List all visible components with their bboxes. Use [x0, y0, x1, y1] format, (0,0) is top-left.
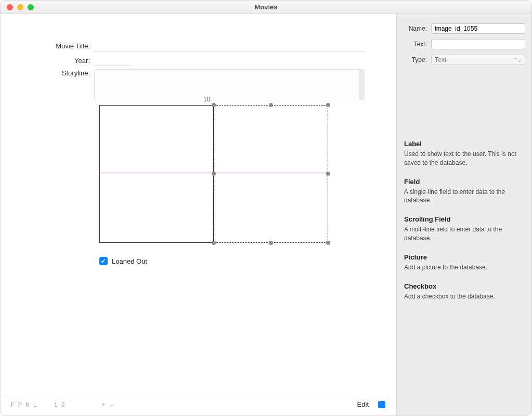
canvas-content[interactable]: Movie Title: Year: Storyline: 10 — [6, 19, 391, 398]
desc-scrolling-field[interactable]: Scrolling Field A multi-line field to en… — [404, 215, 524, 243]
zoom-controls[interactable]: + - — [102, 401, 115, 408]
inspector-type-value: Text — [435, 56, 446, 63]
window-title: Movies — [1, 3, 531, 11]
desc-field[interactable]: Field A single-line field to enter data … — [404, 178, 524, 205]
picture-placeholder-right-selected[interactable] — [214, 105, 328, 243]
app-window: Movies Movie Title: Year: Storyline: — [0, 0, 532, 416]
chevron-updown-icon: ⌃⌄ — [513, 57, 522, 63]
nav-tokens[interactable]: F P N L — [11, 401, 37, 408]
resize-handle-mr[interactable] — [326, 172, 330, 176]
traffic-lights — [1, 4, 34, 10]
titlebar: Movies — [1, 1, 531, 14]
year-label: Year: — [6, 57, 94, 64]
desc-picture[interactable]: Picture Add a picture to the database. — [404, 253, 524, 272]
resize-handle-tr[interactable] — [326, 103, 330, 107]
loaned-out-label: Loaned Out — [112, 257, 147, 265]
resize-handle-tl[interactable] — [212, 103, 216, 107]
page-2[interactable]: 2 — [61, 401, 64, 408]
edit-badge-icon[interactable] — [378, 401, 385, 408]
inspector-text-field[interactable] — [431, 39, 525, 49]
resize-handle-bm[interactable] — [269, 241, 273, 245]
resize-handle-br[interactable] — [326, 241, 330, 245]
canvas-footer: F P N L 1 2 + - Edit — [6, 398, 391, 410]
inspector-pane: Name: Text: Type: Text ⌃⌄ — [396, 14, 531, 415]
resize-handle-tm[interactable] — [269, 103, 273, 107]
inspector-text-label: Text: — [403, 41, 431, 48]
picture-placeholder-left[interactable] — [99, 105, 214, 243]
movie-title-field[interactable] — [94, 40, 365, 51]
page-1[interactable]: 1 — [54, 401, 57, 408]
inspector-type-select[interactable]: Text ⌃⌄ — [431, 55, 525, 65]
zoom-window-button[interactable] — [28, 4, 34, 10]
desc-label[interactable]: Label Used to show text to the user. Thi… — [404, 140, 524, 167]
close-window-button[interactable] — [7, 4, 13, 10]
inspector-type-label: Type: — [403, 56, 431, 63]
loaned-out-checkbox[interactable]: ✓ — [99, 257, 108, 265]
resize-handle-bl[interactable] — [212, 241, 216, 245]
storyline-label: Storyline: — [6, 69, 94, 77]
minimize-window-button[interactable] — [17, 4, 23, 10]
offset-readout: 10 — [203, 96, 210, 103]
picture-row: 10 — [99, 105, 333, 251]
inspector-descriptions: Label Used to show text to the user. Thi… — [397, 132, 531, 319]
inspector-properties: Name: Text: Type: Text ⌃⌄ — [397, 14, 531, 74]
inspector-name-field[interactable] — [431, 23, 525, 34]
year-field[interactable] — [94, 55, 131, 66]
movie-title-label: Movie Title: — [6, 42, 94, 50]
inspector-name-label: Name: — [403, 25, 431, 32]
edit-button[interactable]: Edit — [357, 400, 369, 408]
resize-handle-ml[interactable] — [212, 172, 216, 176]
storyline-field[interactable] — [94, 69, 365, 100]
canvas-pane: Movie Title: Year: Storyline: 10 — [1, 14, 396, 415]
desc-checkbox[interactable]: Checkbox Add a checkbox to the database. — [404, 282, 524, 301]
